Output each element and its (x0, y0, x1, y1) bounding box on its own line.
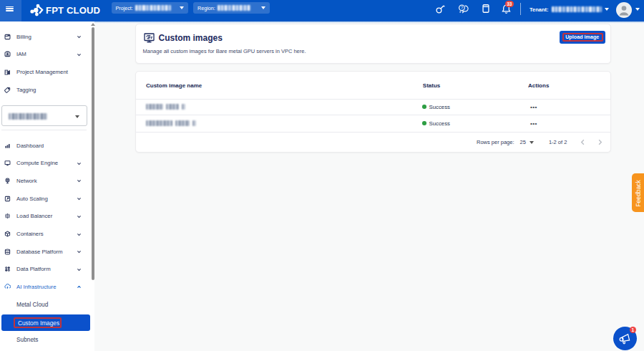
svg-text:?: ? (460, 5, 463, 10)
